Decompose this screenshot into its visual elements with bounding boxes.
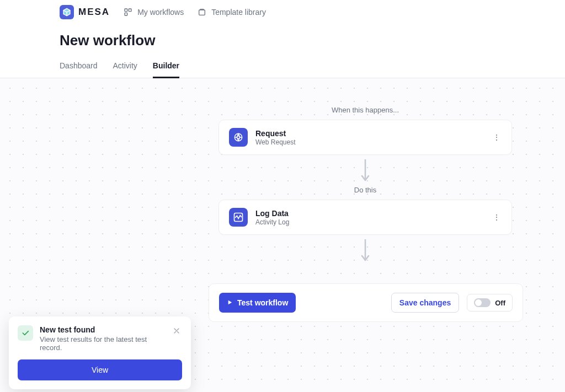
connector-arrow	[218, 239, 512, 262]
toggle-label: Off	[495, 299, 505, 307]
save-changes-button[interactable]: Save changes	[391, 293, 459, 313]
card-subtitle: Web Request	[255, 138, 484, 146]
brand-logo[interactable]: MESA	[60, 5, 110, 19]
activity-icon	[229, 208, 248, 227]
connector-arrow	[218, 159, 512, 182]
tab-activity[interactable]: Activity	[113, 61, 137, 78]
toast-new-test: New test found View test results for the…	[9, 316, 191, 389]
toast-body: View test results for the latest test re…	[40, 335, 164, 352]
workflows-icon	[123, 7, 133, 17]
page-title: New workflow	[0, 22, 565, 49]
cube-icon	[60, 5, 74, 19]
nav-template-library[interactable]: Template library	[197, 7, 266, 17]
play-icon	[227, 298, 233, 307]
builder-canvas: When this happens... Request Web Request…	[0, 78, 565, 392]
brand-name: MESA	[78, 7, 110, 18]
svg-rect-0	[125, 9, 127, 12]
button-label: Test workflow	[237, 298, 288, 307]
close-icon[interactable]	[171, 325, 182, 339]
toggle-switch-icon	[474, 298, 491, 307]
svg-point-5	[237, 136, 240, 139]
top-nav: MESA My workflows Template library	[0, 2, 565, 22]
globe-gear-icon	[229, 128, 248, 147]
nav-label: My workflows	[137, 8, 184, 17]
action-section-label: Do this	[218, 186, 512, 194]
card-body: Log Data Activity Log	[255, 209, 484, 226]
workflow-column: When this happens... Request Web Request…	[218, 106, 512, 266]
card-title: Log Data	[255, 209, 484, 218]
nav-label: Template library	[211, 8, 266, 17]
svg-rect-3	[199, 10, 205, 15]
svg-rect-2	[125, 13, 127, 15]
more-icon[interactable]: ⋮	[492, 131, 502, 144]
tab-builder[interactable]: Builder	[153, 61, 179, 78]
header: MESA My workflows Template library New w…	[0, 0, 565, 78]
card-body: Request Web Request	[255, 129, 484, 146]
test-workflow-button[interactable]: Test workflow	[219, 293, 296, 313]
tab-dashboard[interactable]: Dashboard	[60, 61, 98, 78]
workflow-footer: Test workflow Save changes Off	[209, 283, 523, 322]
toast-title: New test found	[40, 325, 164, 334]
card-subtitle: Activity Log	[255, 218, 484, 226]
trigger-section-label: When this happens...	[218, 106, 512, 114]
step-card-logdata[interactable]: Log Data Activity Log ⋮	[218, 200, 512, 235]
tabs: Dashboard Activity Builder	[0, 49, 565, 78]
svg-rect-1	[129, 9, 131, 12]
step-card-request[interactable]: Request Web Request ⋮	[218, 120, 512, 155]
enable-toggle[interactable]: Off	[467, 294, 513, 312]
card-title: Request	[255, 129, 484, 138]
toast-view-button[interactable]: View	[18, 359, 182, 380]
more-icon[interactable]: ⋮	[492, 211, 502, 224]
templates-icon	[197, 7, 207, 17]
check-icon	[18, 325, 33, 341]
nav-my-workflows[interactable]: My workflows	[123, 7, 184, 17]
